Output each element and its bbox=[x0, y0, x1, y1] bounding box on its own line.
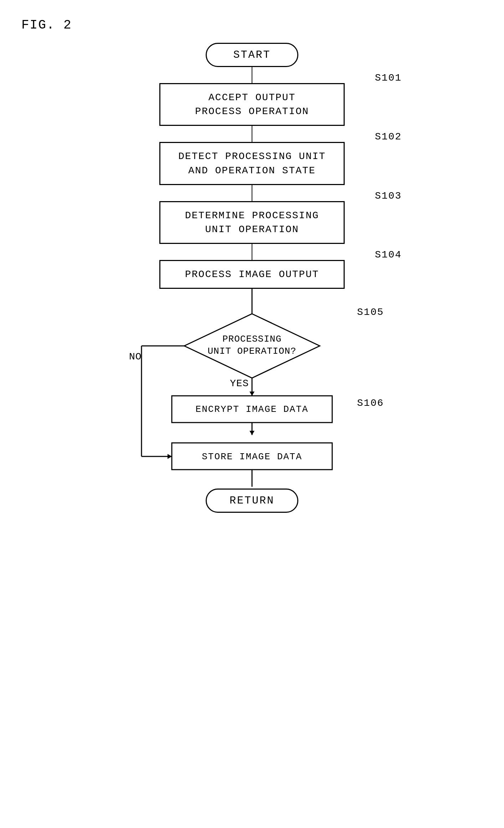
connector-2 bbox=[252, 126, 252, 142]
svg-text:ENCRYPT IMAGE DATA: ENCRYPT IMAGE DATA bbox=[196, 404, 309, 415]
svg-text:UNIT OPERATION?: UNIT OPERATION? bbox=[207, 346, 296, 357]
s101-box: ACCEPT OUTPUT PROCESS OPERATION bbox=[159, 83, 345, 126]
svg-text:PROCESSING: PROCESSING bbox=[222, 334, 282, 344]
s104-box: PROCESS IMAGE OUTPUT bbox=[159, 260, 345, 289]
s104-label: S104 bbox=[375, 249, 402, 260]
s102-label: S102 bbox=[375, 131, 402, 142]
svg-marker-9 bbox=[250, 431, 254, 435]
step-s101-row: ACCEPT OUTPUT PROCESS OPERATION S101 bbox=[0, 83, 504, 126]
decision-svg: PROCESSING UNIT OPERATION? ENCRYPT IMAGE… bbox=[109, 289, 395, 489]
start-terminal: START bbox=[206, 43, 298, 67]
connector-4 bbox=[252, 244, 252, 260]
connector-1 bbox=[252, 67, 252, 83]
s101-label: S101 bbox=[375, 72, 402, 83]
s103-box: DETERMINE PROCESSING UNIT OPERATION bbox=[159, 201, 345, 244]
connector-3 bbox=[252, 185, 252, 201]
return-terminal: RETURN bbox=[206, 489, 298, 513]
svg-marker-13 bbox=[168, 454, 172, 459]
svg-text:STORE IMAGE DATA: STORE IMAGE DATA bbox=[202, 451, 302, 462]
flowchart: START ACCEPT OUTPUT PROCESS OPERATION S1… bbox=[0, 43, 504, 513]
s102-box: DETECT PROCESSING UNIT AND OPERATION STA… bbox=[159, 142, 345, 185]
svg-marker-5 bbox=[250, 392, 254, 396]
page-title: FIG. 2 bbox=[21, 18, 72, 32]
s103-label: S103 bbox=[375, 190, 402, 201]
decision-section: S105 S106 NO YES PROCESSING UNIT OPERATI… bbox=[109, 289, 395, 489]
